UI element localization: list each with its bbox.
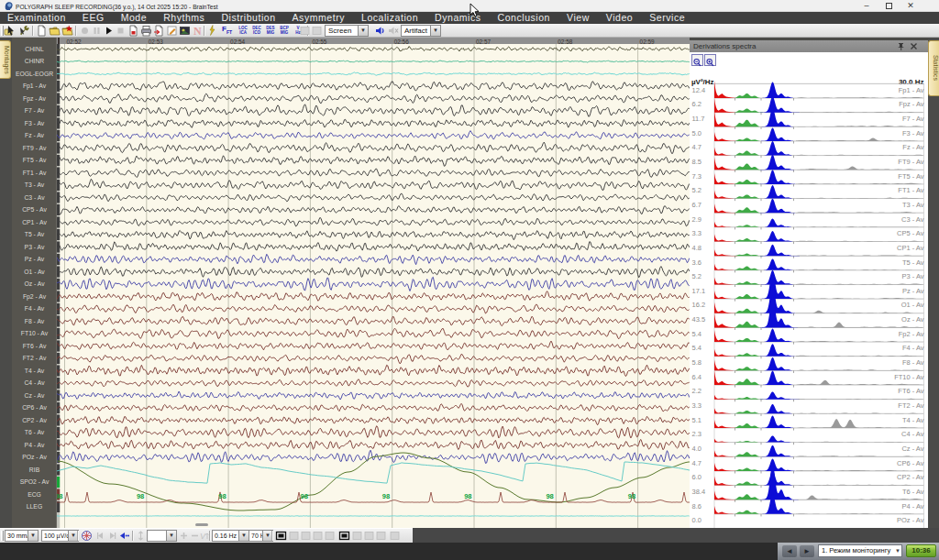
channel-label-lleg[interactable]: LLEG xyxy=(12,503,57,510)
channel-label-eogl-eogr[interactable]: EOGL-EOGR xyxy=(12,71,57,77)
channel-label-ft5[interactable]: FT5 - Av xyxy=(12,157,57,163)
artifact-select-arrow[interactable]: ▼ xyxy=(430,25,441,37)
menu-rhythms[interactable]: Rhythms xyxy=(155,12,213,24)
mode-bcp-button[interactable]: BCPMIG xyxy=(278,25,291,37)
channel-label-cp6[interactable]: CP6 - Av xyxy=(12,404,57,411)
channel-label-fp1[interactable]: Fp1 - Av xyxy=(12,82,57,89)
channel-label-ft2[interactable]: FT2 - Av xyxy=(12,355,57,361)
low-freq-select[interactable]: 0.16 Hz (▼ xyxy=(212,530,249,542)
prev-mode-button[interactable]: ◄ xyxy=(782,545,797,557)
video-frame-2-button[interactable] xyxy=(338,530,350,542)
screen-select[interactable]: Screen▼ xyxy=(325,25,369,37)
panel-close-icon[interactable] xyxy=(909,41,919,51)
channel-label-fpz[interactable]: Fpz - Av xyxy=(12,95,57,102)
menu-distribution[interactable]: Distribution xyxy=(213,12,283,24)
artifact-select-value[interactable]: Artifact xyxy=(401,25,430,37)
menu-conclusion[interactable]: Conclusion xyxy=(490,12,558,24)
artifact-select[interactable]: Artifact▼ xyxy=(401,25,441,37)
export-button[interactable] xyxy=(153,25,165,37)
screenshot-button[interactable] xyxy=(179,25,191,37)
channel-label-t6[interactable]: T6 - Av xyxy=(12,429,57,435)
channel-label-chinr[interactable]: CHINR xyxy=(12,58,57,64)
edit-button[interactable] xyxy=(166,25,178,37)
channel-label-ft10[interactable]: FT10 - Av xyxy=(12,330,57,336)
channel-label-f7[interactable]: F7 - Av xyxy=(12,107,57,114)
empty-select-value[interactable] xyxy=(147,530,166,542)
channel-label-t5[interactable]: T5 - Av xyxy=(12,231,57,237)
channel-label-cz[interactable]: Cz - Av xyxy=(12,392,57,399)
channel-label-p3[interactable]: P3 - Av xyxy=(12,244,57,250)
channel-label-poz[interactable]: POz - Av xyxy=(12,454,57,460)
empty-select[interactable]: ▼ xyxy=(147,530,177,542)
channel-label-ft1[interactable]: FT1 - Av xyxy=(12,170,57,176)
channel-label-oz[interactable]: Oz - Av xyxy=(12,280,57,287)
channel-label-o1[interactable]: O1 - Av xyxy=(12,269,57,275)
play-button[interactable] xyxy=(103,25,115,37)
screen-select-arrow[interactable]: ▼ xyxy=(358,25,369,37)
mode-loc-button[interactable]: LOCICA xyxy=(237,25,249,37)
goto-marker-button[interactable] xyxy=(118,530,130,542)
channel-label-rib[interactable]: RIB xyxy=(12,467,57,473)
menu-asymmetry[interactable]: Asymmetry xyxy=(284,12,353,24)
maximize-button[interactable] xyxy=(878,0,899,12)
menu-examination[interactable]: Examination xyxy=(0,12,74,24)
mode-dec-button[interactable]: DECICO xyxy=(250,25,263,37)
panel-header[interactable]: Derivations spectra xyxy=(690,40,928,52)
minimize-button[interactable]: – xyxy=(856,0,877,12)
video-frame-button[interactable] xyxy=(275,530,287,542)
pin-icon[interactable] xyxy=(896,41,906,51)
screen-select-value[interactable]: Screen xyxy=(325,25,358,37)
channel-label-pz[interactable]: Pz - Av xyxy=(12,256,57,262)
mode-select-arrow[interactable]: ▼ xyxy=(893,544,902,557)
channel-label-fz[interactable]: Fz - Av xyxy=(12,132,57,138)
menu-service[interactable]: Service xyxy=(641,12,693,24)
channel-label-t4[interactable]: T4 - Av xyxy=(12,368,57,374)
menu-eeg[interactable]: EEG xyxy=(74,12,113,24)
high-freq-select-value[interactable]: 70 Hz xyxy=(249,530,262,542)
eeg-plot-area[interactable]: 9898989898989898 xyxy=(57,44,690,528)
channel-label-ecg[interactable]: ECG xyxy=(12,491,57,498)
tab-statistics[interactable]: Statistics xyxy=(928,40,939,96)
new-exam-button[interactable] xyxy=(36,25,48,37)
mode-des-button[interactable]: DESMIG xyxy=(264,25,277,37)
playback-sound-button[interactable] xyxy=(374,25,386,37)
sensitivity-select[interactable]: 100 µV/cm▼ xyxy=(41,530,79,542)
channel-label-ft9[interactable]: FT9 - Av xyxy=(12,145,57,151)
speed-select-value[interactable]: 30 mm/s xyxy=(5,530,28,542)
channel-label-c4[interactable]: C4 - Av xyxy=(12,379,57,386)
open-exam-button[interactable] xyxy=(49,25,61,37)
channel-label-cp5[interactable]: CP5 - Av xyxy=(12,206,57,213)
print-button[interactable] xyxy=(140,25,152,37)
channel-label-spo2[interactable]: SPO2 - Av xyxy=(12,478,57,485)
probe-tool-button[interactable] xyxy=(18,25,30,37)
empty-select-arrow[interactable]: ▼ xyxy=(166,530,177,542)
close-exam-button[interactable] xyxy=(61,25,73,37)
channel-label-p4[interactable]: P4 - Av xyxy=(12,442,57,448)
menu-mode[interactable]: Mode xyxy=(113,12,155,24)
mode-select[interactable]: 1. Режим моніторингу xyxy=(818,544,902,557)
speed-select-arrow[interactable]: ▼ xyxy=(28,530,39,542)
low-freq-select-value[interactable]: 0.16 Hz ( xyxy=(212,530,238,542)
channel-label-f8[interactable]: F8 - Av xyxy=(12,318,57,324)
next-mode-button[interactable]: ► xyxy=(800,545,814,557)
events-button[interactable] xyxy=(206,25,218,37)
speed-select[interactable]: 30 mm/s▼ xyxy=(5,530,39,542)
examination-pointer-button[interactable] xyxy=(4,25,16,37)
channel-label-cp2[interactable]: CP2 - Av xyxy=(12,417,57,423)
channel-label-ft6[interactable]: FT6 - Av xyxy=(12,343,57,349)
channel-label-t3[interactable]: T3 - Av xyxy=(12,181,57,188)
channel-label-fp2[interactable]: Fp2 - Av xyxy=(12,293,57,300)
tab-montages[interactable]: Montages xyxy=(0,40,11,79)
menu-view[interactable]: View xyxy=(558,12,598,24)
fft-button[interactable]: FFT xyxy=(222,25,232,37)
high-freq-select[interactable]: 70 Hz▼ xyxy=(249,530,273,542)
channel-label-c3[interactable]: C3 - Av xyxy=(12,194,57,201)
channel-label-chinl[interactable]: CHINL xyxy=(12,46,57,52)
close-button[interactable]: ✕ xyxy=(900,0,921,12)
sensitivity-select-value[interactable]: 100 µV/cm xyxy=(41,530,68,542)
report-button[interactable] xyxy=(127,25,139,37)
channel-label-cp1[interactable]: CP1 - Av xyxy=(12,219,57,225)
channel-label-f3[interactable]: F3 - Av xyxy=(12,120,57,126)
channel-label-f4[interactable]: F4 - Av xyxy=(12,305,57,312)
menu-localization[interactable]: Localization xyxy=(353,12,426,24)
